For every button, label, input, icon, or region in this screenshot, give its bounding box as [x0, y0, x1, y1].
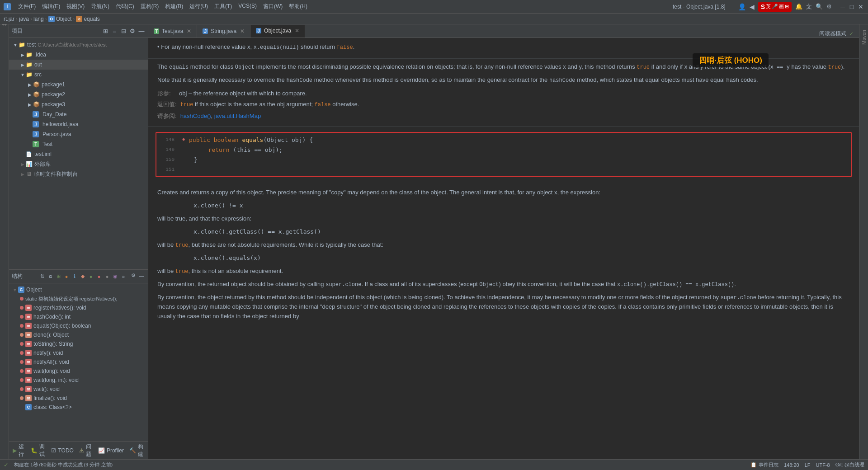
tree-package1[interactable]: ▶ 📦 package1	[9, 80, 148, 89]
struct-green-icon[interactable]: ●	[87, 273, 94, 280]
struct-close-icon[interactable]: —	[138, 272, 145, 279]
status-git[interactable]: Git: @白线理	[835, 461, 864, 468]
breadcrumb-rtjar[interactable]: rt.jar	[4, 16, 14, 22]
tab-close-stringjava[interactable]: ✕	[240, 28, 245, 34]
struct-sort-icon[interactable]: ⇅	[38, 273, 46, 280]
status-encoding[interactable]: UTF-8	[816, 462, 830, 468]
struct-expand-icon[interactable]: ⊞	[55, 273, 62, 280]
breadcrumb-equals[interactable]: equals	[84, 16, 99, 22]
tree-root[interactable]: ▼ 📁 test C:\Users\白线\IdeaProjects\test	[9, 40, 148, 50]
tree-test[interactable]: T Test	[9, 139, 148, 149]
struct-gray-icon[interactable]: ●	[104, 273, 111, 280]
back-icon[interactable]: ◀	[750, 3, 755, 10]
struct-badge-w: m	[25, 386, 32, 392]
toolbar-icon-close[interactable]: —	[138, 28, 145, 35]
toolbar-icon-diff[interactable]: ⊟	[120, 28, 127, 35]
tree-out[interactable]: ▶ 📁 out	[9, 60, 148, 70]
tab-close-testjava[interactable]: ✕	[187, 28, 191, 34]
breadcrumb-object[interactable]: Object	[56, 16, 72, 22]
doc-hashmap-link[interactable]: java.util.HashMap	[214, 113, 261, 119]
right-tab-maven[interactable]: Maven	[860, 26, 868, 48]
tab-close-objectjava[interactable]: ✕	[295, 28, 299, 34]
menu-code[interactable]: 代码(C)	[113, 2, 137, 11]
struct-orange-icon[interactable]: ◆	[79, 273, 86, 280]
struct-registernatives[interactable]: m registerNatives(): void	[9, 303, 148, 312]
tab-testjava[interactable]: T Test.java ✕	[148, 25, 197, 38]
struct-wait-long[interactable]: m wait(long): void	[9, 367, 148, 376]
build-btn[interactable]: 🔨 构建	[129, 443, 144, 458]
debug-breakpoint-icon[interactable]: ●	[180, 136, 187, 143]
menu-help[interactable]: 帮助(H)	[286, 2, 310, 11]
menu-build[interactable]: 构建(B)	[162, 2, 186, 11]
reader-mode-label[interactable]: 阅读器模式	[819, 30, 846, 38]
search-icon[interactable]: 🔍	[816, 3, 823, 10]
struct-purple-icon[interactable]: ◉	[112, 273, 119, 280]
struct-hashcode[interactable]: m hashCode(): int	[9, 312, 148, 321]
struct-info-icon[interactable]: ℹ	[71, 273, 78, 280]
menu-tools[interactable]: 工具(T)	[212, 2, 235, 11]
status-event-log[interactable]: 📋 事件日志	[750, 461, 778, 468]
settings-icon[interactable]: ⚙	[826, 3, 832, 10]
struct-static-init[interactable]: static 类初始始化设定项 registerNatives();	[9, 294, 148, 303]
tree-package3[interactable]: ▶ 📦 package3	[9, 99, 148, 109]
tree-extlib[interactable]: ▶ 📊 外部库	[9, 159, 148, 169]
struct-alpha-icon[interactable]: ⍺	[47, 273, 54, 280]
tree-package2[interactable]: ▶ 📦 package2	[9, 89, 148, 99]
struct-wait[interactable]: m wait(): void	[9, 385, 148, 394]
todo-btn[interactable]: ☑ TODO	[51, 447, 73, 454]
status-lf[interactable]: LF	[805, 462, 811, 468]
struct-circle-icon[interactable]: ●	[63, 273, 70, 280]
struct-notifyall[interactable]: m notifyAll(): void	[9, 357, 148, 367]
menu-navigate[interactable]: 导航(N)	[88, 2, 112, 11]
tree-person[interactable]: J Person.java	[9, 129, 148, 139]
breadcrumb-lang[interactable]: lang	[33, 16, 44, 22]
tree-idea[interactable]: ▶ 📁 .idea	[9, 50, 148, 60]
status-position[interactable]: 148:20	[784, 462, 799, 468]
tree-src[interactable]: ▼ 📁 src	[9, 70, 148, 80]
tab-stringjava[interactable]: J String.java ✕	[197, 25, 250, 38]
menu-run[interactable]: 运行(U)	[187, 2, 211, 11]
debug-btn[interactable]: 🐛 调试	[31, 443, 46, 458]
struct-wait-long-int[interactable]: m wait(long, int): void	[9, 376, 148, 385]
struct-settings-icon[interactable]: ⚙	[130, 272, 137, 279]
translate-icon[interactable]: 文	[806, 3, 812, 11]
tab-objectjava[interactable]: J Object.java ✕	[250, 25, 305, 38]
tree-helloworld[interactable]: J helloworld.java	[9, 119, 148, 129]
struct-tostring[interactable]: m toString(): String	[9, 339, 148, 348]
tree-icon-iml: 📄	[25, 150, 33, 158]
toolbar-icon-collapse[interactable]: ≡	[111, 28, 118, 35]
struct-clone[interactable]: m clone(): Object	[9, 330, 148, 339]
struct-equals[interactable]: m equals(Object): boolean	[9, 321, 148, 330]
tree-temp[interactable]: ▶ 🖥 临时文件和控制台	[9, 169, 148, 179]
struct-root[interactable]: ▼ C Object	[9, 285, 148, 294]
profiler-btn[interactable]: 📈 Profiler	[98, 447, 124, 454]
struct-notify[interactable]: m notify(): void	[9, 348, 148, 357]
left-tab-structure[interactable]: 结构	[0, 26, 9, 33]
struct-finalize[interactable]: m finalize(): void	[9, 394, 148, 403]
menu-edit[interactable]: 编辑(E)	[39, 2, 63, 11]
toolbar-icon-settings[interactable]: ⚙	[129, 28, 136, 35]
person-icon[interactable]: 👤	[738, 3, 746, 10]
minimize-button[interactable]: ─	[839, 3, 846, 10]
menu-window[interactable]: 窗口(W)	[260, 2, 285, 11]
struct-class[interactable]: C class: Class<?>	[9, 403, 148, 412]
tree-iml[interactable]: 📄 test.iml	[9, 149, 148, 159]
close-button[interactable]: ✕	[857, 3, 864, 10]
struct-red-icon[interactable]: ●	[95, 273, 103, 280]
doc-clone-will3: will be true, this is not an absolute re…	[157, 267, 850, 276]
menu-view[interactable]: 视图(V)	[64, 2, 87, 11]
maximize-button[interactable]: □	[848, 3, 855, 10]
menu-file[interactable]: 文件(F)	[15, 2, 38, 11]
doc-hashcode-link[interactable]: hashCode()	[180, 113, 211, 119]
problems-btn[interactable]: ⚠ 问题	[79, 443, 93, 458]
bell-icon[interactable]: 🔔	[795, 3, 802, 10]
toolbar-icon-arrange[interactable]: ⊞	[102, 28, 109, 35]
tree-daydate[interactable]: J Day_Date	[9, 109, 148, 119]
menu-vcs[interactable]: VCS(S)	[236, 2, 259, 11]
code-space2	[239, 136, 242, 143]
struct-more-icon[interactable]: »	[120, 273, 127, 280]
tree-icon-src: 📁	[25, 71, 33, 78]
menu-refactor[interactable]: 重构(R)	[138, 2, 162, 11]
breadcrumb-java[interactable]: java	[19, 16, 29, 22]
run-btn[interactable]: ▶ 运行	[13, 443, 25, 458]
